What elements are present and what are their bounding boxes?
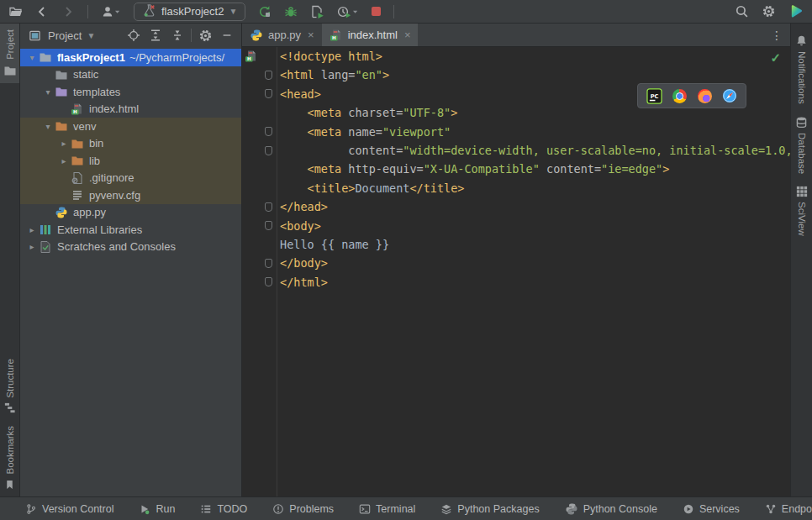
code-token: Document (355, 181, 409, 195)
tool-stripe-button-bookmarks[interactable]: Bookmarks (0, 420, 19, 496)
pyconsole-icon (565, 502, 578, 516)
tool-stripe-button-sciview[interactable]: SciView (791, 180, 812, 242)
tool-stripe-button-notifications[interactable]: Notifications (791, 29, 812, 110)
rerun-button[interactable] (258, 3, 272, 20)
code-line[interactable]: <meta name="viewport" (280, 123, 790, 141)
tree-item-static[interactable]: static (20, 66, 241, 84)
folder-excluded-icon (71, 154, 84, 167)
code-line[interactable]: </body> (280, 254, 790, 272)
chevron-right-icon[interactable]: ▸ (25, 242, 39, 251)
tree-item-lib[interactable]: ▸lib (20, 152, 241, 170)
code-line[interactable]: <meta http-equiv="X-UA-Compatible" conte… (280, 160, 790, 178)
search-everywhere-button[interactable] (735, 3, 749, 20)
tree-item-scratches-and-consoles[interactable]: ▸Scratches and Consoles (20, 239, 241, 256)
tool-stripe-label: Notifications (797, 51, 807, 104)
tree-item-app-py[interactable]: app.py (20, 204, 241, 222)
stop-button[interactable] (372, 3, 381, 20)
fold-marker-icon[interactable] (265, 127, 272, 136)
run-with-coverage-button[interactable] (310, 3, 324, 20)
code-line[interactable]: </head> (280, 197, 790, 216)
tool-stripe-button-project[interactable]: Project (0, 24, 19, 83)
statusbar-item-terminal[interactable]: Terminal (359, 503, 415, 515)
safari-browser-button[interactable] (721, 87, 738, 104)
statusbar-item-python-packages[interactable]: Python Packages (440, 503, 539, 515)
code-line[interactable]: Hello {{ name }} (280, 235, 790, 254)
statusbar-item-problems[interactable]: Problems (272, 503, 334, 515)
code-line[interactable]: <html lang="en"> (280, 66, 790, 84)
statusbar-item-todo[interactable]: TODO (200, 503, 247, 515)
firefox-browser-button[interactable] (696, 87, 713, 104)
fold-marker-icon[interactable] (265, 146, 272, 155)
chevron-right-icon[interactable]: ▸ (57, 139, 71, 148)
tool-stripe-button-database[interactable]: Database (791, 110, 812, 180)
statusbar-item-python-console[interactable]: Python Console (565, 502, 657, 516)
app-logo-icon[interactable] (788, 3, 804, 20)
code-line[interactable]: <title>Document</title> (280, 179, 790, 197)
tab-options-kebab-icon[interactable]: ⋮ (771, 24, 783, 47)
close-tab-icon[interactable]: × (308, 29, 314, 41)
tree-item-index-html[interactable]: Hindex.html (20, 101, 241, 118)
editor-tab-app-py[interactable]: app.py× (242, 24, 322, 46)
tree-item-venv[interactable]: ▾venv (20, 118, 241, 135)
code-line[interactable]: </html> (280, 273, 790, 292)
statusbar-item-version-control[interactable]: Version Control (25, 503, 113, 515)
run-configuration-selector[interactable]: flaskProject2 ▼ (134, 3, 245, 21)
statusbar-item-services[interactable]: Services (683, 503, 740, 515)
tree-item-templates[interactable]: ▾templates (20, 83, 241, 101)
tree-item-flaskproject1[interactable]: ▾flaskProject1~/PycharmProjects/ (20, 49, 241, 66)
expand-all-button[interactable] (147, 27, 164, 44)
hide-panel-button[interactable] (219, 27, 235, 44)
code-token: <title> (308, 181, 356, 195)
fold-marker-icon[interactable] (265, 202, 272, 212)
project-view-selector[interactable]: Project (48, 29, 82, 42)
svg-text:H: H (247, 56, 251, 61)
chevron-right-icon[interactable]: ▸ (57, 156, 71, 165)
fold-marker-icon[interactable] (265, 71, 272, 80)
code-line[interactable]: <!doctype html> (280, 47, 790, 66)
folder-excluded-icon (55, 119, 68, 133)
chevron-down-icon[interactable]: ▼ (87, 31, 95, 40)
settings-gear-button[interactable] (762, 3, 776, 20)
chrome-browser-button[interactable] (671, 87, 688, 104)
open-project-icon[interactable] (8, 3, 23, 20)
flask-run-config-icon (142, 3, 156, 19)
chevron-right-icon[interactable]: ▸ (25, 225, 39, 234)
panel-options-button[interactable] (197, 27, 214, 44)
chevron-down-icon[interactable]: ▾ (41, 87, 55, 97)
statusbar-item-label: Run (156, 503, 175, 515)
editor-tab-index-html[interactable]: Hindex.html× (322, 24, 419, 46)
code-line[interactable]: content="width=device-width, user-scalab… (280, 141, 790, 160)
profiler-button[interactable] (337, 3, 359, 20)
tree-item-gitignore[interactable]: .gitignore (20, 170, 241, 187)
chevron-down-icon[interactable]: ▾ (41, 122, 55, 131)
tool-stripe-button-structure[interactable]: Structure (0, 353, 19, 421)
fold-marker-icon[interactable] (265, 89, 272, 98)
database-icon (795, 116, 808, 129)
tree-item-pyvenv-cfg[interactable]: pyvenv.cfg (20, 186, 241, 204)
inspections-ok-icon[interactable]: ✓ (770, 50, 781, 66)
user-menu-button[interactable] (101, 3, 121, 20)
tree-item-external-libraries[interactable]: ▸External Libraries (20, 221, 241, 239)
fold-marker-icon[interactable] (265, 221, 272, 230)
fold-marker-icon[interactable] (265, 259, 272, 268)
select-opened-file-button[interactable] (125, 27, 142, 44)
chevron-down-icon[interactable]: ▾ (25, 53, 39, 62)
close-tab-icon[interactable]: × (404, 29, 411, 41)
statusbar-item-endpoints[interactable]: Endpoints (765, 503, 812, 515)
forward-button[interactable] (61, 3, 75, 20)
statusbar-item-run[interactable]: Run (139, 503, 175, 515)
code-token (280, 162, 308, 176)
code-editor[interactable]: H <!doctype html><html lang="en"><head> … (242, 47, 790, 496)
pycharm-browser-button[interactable]: PC (646, 87, 662, 104)
back-button[interactable] (35, 3, 49, 20)
tree-item-bin[interactable]: ▸bin (20, 135, 241, 153)
collapse-all-button[interactable] (169, 27, 186, 44)
code-line[interactable]: <body> (280, 217, 790, 235)
code-text[interactable]: <!doctype html><html lang="en"><head> <m… (277, 47, 790, 496)
file-text-icon (71, 188, 84, 202)
fold-marker-icon[interactable] (265, 277, 272, 286)
debug-button[interactable] (284, 3, 298, 20)
code-token: "width=device-width, user-scalable=no, i… (403, 144, 790, 157)
scratches-icon (39, 240, 52, 254)
statusbar-item-label: Services (699, 503, 740, 515)
